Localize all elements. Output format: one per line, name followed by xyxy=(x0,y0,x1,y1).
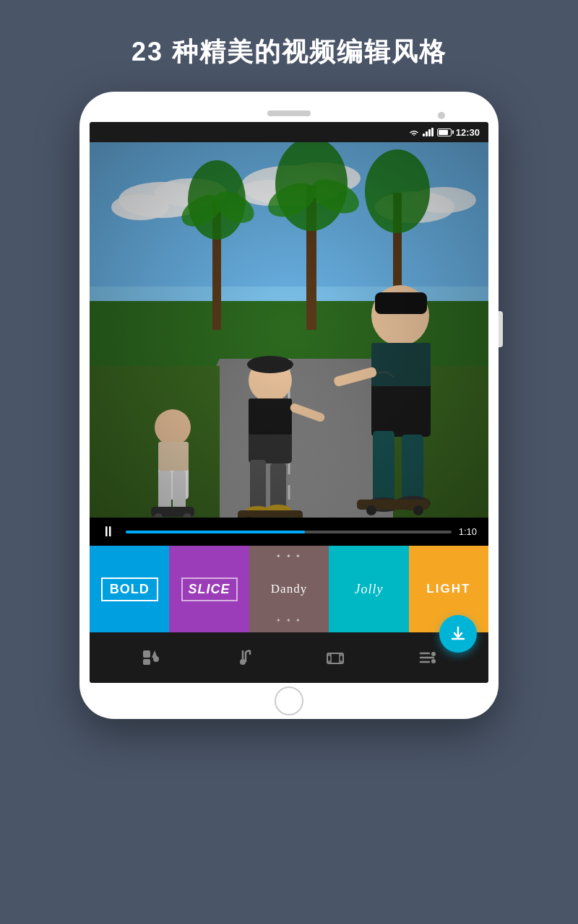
svg-point-76 xyxy=(431,659,436,663)
page-title: 23 种精美的视频编辑风格 xyxy=(131,35,447,70)
filter-slice[interactable]: SLICE xyxy=(169,546,249,632)
home-button[interactable] xyxy=(275,687,303,715)
svg-rect-59 xyxy=(90,142,488,518)
phone-bottom xyxy=(90,683,488,719)
status-bar: 12:30 xyxy=(90,122,488,142)
pause-button[interactable]: ⏸ xyxy=(101,523,118,540)
filter-light-label: LIGHT xyxy=(426,582,470,596)
filter-dandy[interactable]: ✦ ✦ ✦ Dandy ✦ ✦ ✦ xyxy=(249,546,329,632)
filter-slice-label: SLICE xyxy=(181,578,238,601)
video-controls: ⏸ 1:10 xyxy=(90,518,488,546)
progress-bar[interactable] xyxy=(126,531,452,533)
phone-camera xyxy=(438,112,445,119)
svg-point-75 xyxy=(431,652,436,656)
progress-fill xyxy=(126,531,305,533)
menu-svg xyxy=(418,648,438,668)
film-icon[interactable] xyxy=(325,648,345,668)
dandy-decoration: ✦ ✦ ✦ xyxy=(276,553,301,559)
menu-icon[interactable] xyxy=(418,648,438,668)
effects-svg xyxy=(140,648,160,668)
bottom-toolbar xyxy=(90,632,488,683)
battery-icon xyxy=(437,128,452,136)
video-scene xyxy=(90,142,488,518)
music-svg xyxy=(233,648,253,668)
wifi-icon xyxy=(409,128,419,136)
effects-icon[interactable] xyxy=(140,648,160,668)
filter-jolly-label: Jolly xyxy=(354,582,383,597)
filter-jolly[interactable]: Jolly xyxy=(329,546,408,632)
svg-rect-61 xyxy=(143,659,150,665)
fab-download-button[interactable] xyxy=(439,615,477,653)
svg-rect-60 xyxy=(143,650,150,658)
filter-strip: BOLD SLICE ✦ ✦ ✦ Dandy ✦ ✦ ✦ Jolly LIGHT xyxy=(90,546,488,632)
phone-speaker xyxy=(267,110,311,116)
phone-top-bar xyxy=(90,103,488,122)
filter-bold[interactable]: BOLD xyxy=(90,546,169,632)
signal-icon xyxy=(423,128,434,136)
phone-side-button xyxy=(499,311,503,347)
video-area xyxy=(90,142,488,518)
filter-bold-label: BOLD xyxy=(101,578,158,601)
filter-dandy-label: Dandy xyxy=(271,582,307,596)
download-icon xyxy=(449,624,467,643)
battery-fill xyxy=(439,130,448,135)
music-icon[interactable] xyxy=(233,648,253,668)
time-display: 1:10 xyxy=(459,526,477,537)
status-time: 12:30 xyxy=(456,127,480,138)
film-svg xyxy=(325,648,345,668)
phone-screen: 12:30 xyxy=(90,122,488,683)
status-icons xyxy=(409,128,452,136)
phone-mockup: 12:30 xyxy=(79,92,499,719)
dandy-sub: ✦ ✦ ✦ xyxy=(276,617,301,624)
